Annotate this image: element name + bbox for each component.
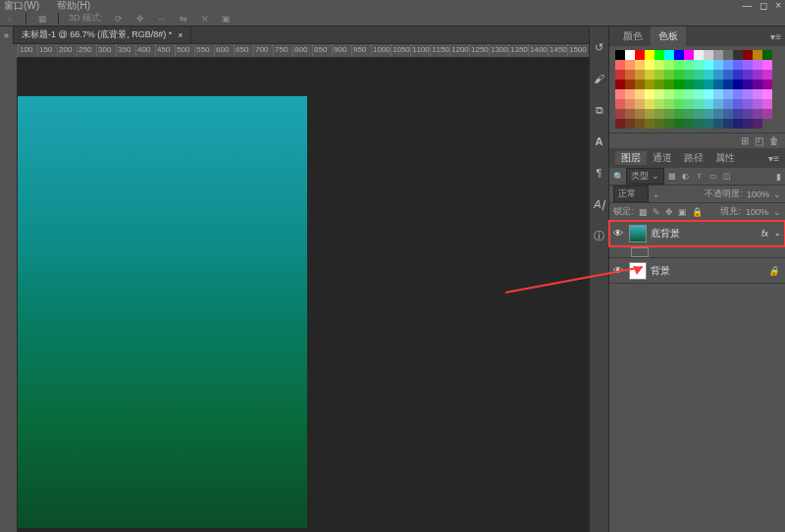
swatch[interactable] bbox=[762, 80, 772, 89]
character-icon[interactable]: Aǀ bbox=[593, 197, 606, 211]
minimize-icon[interactable]: — bbox=[742, 0, 752, 11]
swatch[interactable] bbox=[704, 80, 713, 89]
swatch[interactable] bbox=[664, 109, 674, 119]
swatch[interactable] bbox=[635, 70, 645, 80]
swatch[interactable] bbox=[635, 109, 645, 119]
swatch[interactable] bbox=[674, 50, 684, 60]
swatch[interactable] bbox=[704, 99, 713, 109]
swatch[interactable] bbox=[723, 109, 733, 119]
grid-icon[interactable]: ▦ bbox=[36, 13, 48, 25]
swatch[interactable] bbox=[713, 109, 723, 119]
swatch[interactable] bbox=[713, 89, 723, 99]
swatch[interactable] bbox=[645, 99, 654, 109]
swatch[interactable] bbox=[694, 109, 704, 119]
filter-adjust-icon[interactable]: ◐ bbox=[680, 171, 692, 183]
swatch[interactable] bbox=[753, 50, 762, 60]
swatch[interactable] bbox=[684, 80, 694, 89]
swatch[interactable] bbox=[615, 60, 625, 70]
menu-window[interactable]: 窗口(W) bbox=[4, 0, 39, 13]
tab-layers[interactable]: 图层 bbox=[615, 151, 647, 165]
tab-channels[interactable]: 通道 bbox=[647, 151, 678, 165]
history-icon[interactable]: ↺ bbox=[593, 40, 606, 54]
clone-icon[interactable]: ⧉ bbox=[593, 103, 606, 117]
swatch[interactable] bbox=[654, 80, 664, 89]
scale-icon[interactable]: ⤧ bbox=[199, 13, 211, 25]
swatch[interactable] bbox=[713, 50, 723, 60]
swatch[interactable] bbox=[762, 99, 772, 109]
swatch[interactable] bbox=[704, 119, 713, 129]
swatch[interactable] bbox=[654, 109, 664, 119]
canvas-area[interactable] bbox=[18, 58, 589, 532]
swatch[interactable] bbox=[645, 89, 654, 99]
swatch[interactable] bbox=[674, 119, 684, 129]
swatch[interactable] bbox=[674, 80, 684, 89]
swatch[interactable] bbox=[654, 70, 664, 80]
swatch[interactable] bbox=[664, 70, 674, 80]
menu-help[interactable]: 帮助(H) bbox=[57, 0, 90, 13]
tab-swatch[interactable]: 色板 bbox=[651, 27, 686, 46]
swatch[interactable] bbox=[645, 70, 654, 80]
swatch[interactable] bbox=[753, 99, 762, 109]
document-tab[interactable]: 未标题-1 @ 66.7% (底背景, RGB/8#) *× bbox=[14, 27, 191, 44]
swatch[interactable] bbox=[704, 60, 713, 70]
search-icon[interactable]: 🔍 bbox=[613, 172, 624, 182]
opacity-value[interactable]: 100% bbox=[747, 189, 769, 199]
swatch[interactable] bbox=[723, 119, 733, 129]
swatch[interactable] bbox=[625, 99, 635, 109]
swatch[interactable] bbox=[743, 70, 753, 80]
filter-toggle-icon[interactable]: ▮ bbox=[776, 172, 781, 182]
swatch[interactable] bbox=[625, 60, 635, 70]
swatch[interactable] bbox=[694, 80, 704, 89]
delete-swatch-icon[interactable]: 🗑 bbox=[769, 135, 779, 146]
swatch[interactable] bbox=[654, 119, 664, 129]
swatch[interactable] bbox=[684, 50, 694, 60]
swatch[interactable] bbox=[762, 50, 772, 60]
swatch[interactable] bbox=[615, 70, 625, 80]
swatch[interactable] bbox=[762, 109, 772, 119]
swatch[interactable] bbox=[654, 99, 664, 109]
dolly-icon[interactable]: ↔ bbox=[156, 13, 168, 25]
swatch[interactable] bbox=[743, 60, 753, 70]
swatch[interactable] bbox=[674, 109, 684, 119]
swatch[interactable] bbox=[743, 89, 753, 99]
slide-icon[interactable]: ⇆ bbox=[178, 13, 189, 25]
swatch[interactable] bbox=[753, 89, 762, 99]
swatch[interactable] bbox=[684, 70, 694, 80]
swatch[interactable] bbox=[654, 89, 664, 99]
expand-tab-icon[interactable]: » bbox=[0, 27, 14, 44]
swatch[interactable] bbox=[635, 89, 645, 99]
swatch[interactable] bbox=[694, 50, 704, 60]
tab-properties[interactable]: 属性 bbox=[709, 151, 741, 165]
swatch[interactable] bbox=[674, 99, 684, 109]
swatch[interactable] bbox=[664, 50, 674, 60]
visibility-icon[interactable]: 👁 bbox=[613, 228, 625, 239]
paragraph-icon[interactable]: ¶ bbox=[593, 166, 606, 180]
swatch[interactable] bbox=[733, 89, 743, 99]
swatch[interactable] bbox=[753, 70, 762, 80]
filter-type-icon[interactable]: T bbox=[694, 171, 706, 183]
restore-icon[interactable]: ◻ bbox=[759, 0, 767, 11]
swatch[interactable] bbox=[625, 109, 635, 119]
tab-close-icon[interactable]: × bbox=[178, 30, 183, 40]
swatch[interactable] bbox=[615, 50, 625, 60]
swatch[interactable] bbox=[733, 70, 743, 80]
swatch[interactable] bbox=[743, 99, 753, 109]
pan-icon[interactable]: ✥ bbox=[134, 13, 146, 25]
fx-chevron-icon[interactable]: ⌄ bbox=[774, 229, 781, 238]
layer-row[interactable]: 👁 背景 🔒 bbox=[609, 258, 785, 284]
swatch[interactable] bbox=[723, 50, 733, 60]
swatch[interactable] bbox=[733, 80, 743, 89]
swatch[interactable] bbox=[743, 119, 753, 129]
swatch[interactable] bbox=[713, 119, 723, 129]
swatch[interactable] bbox=[684, 99, 694, 109]
swatch[interactable] bbox=[753, 60, 762, 70]
swatch[interactable] bbox=[762, 60, 772, 70]
swatch[interactable] bbox=[733, 60, 743, 70]
swatch[interactable] bbox=[664, 80, 674, 89]
orbit-icon[interactable]: ⟳ bbox=[113, 13, 125, 25]
swatch[interactable] bbox=[723, 89, 733, 99]
swatch[interactable] bbox=[674, 70, 684, 80]
swatch[interactable] bbox=[733, 119, 743, 129]
swatch[interactable] bbox=[704, 109, 713, 119]
swatch-grid-icon[interactable]: ⊞ bbox=[741, 135, 749, 146]
